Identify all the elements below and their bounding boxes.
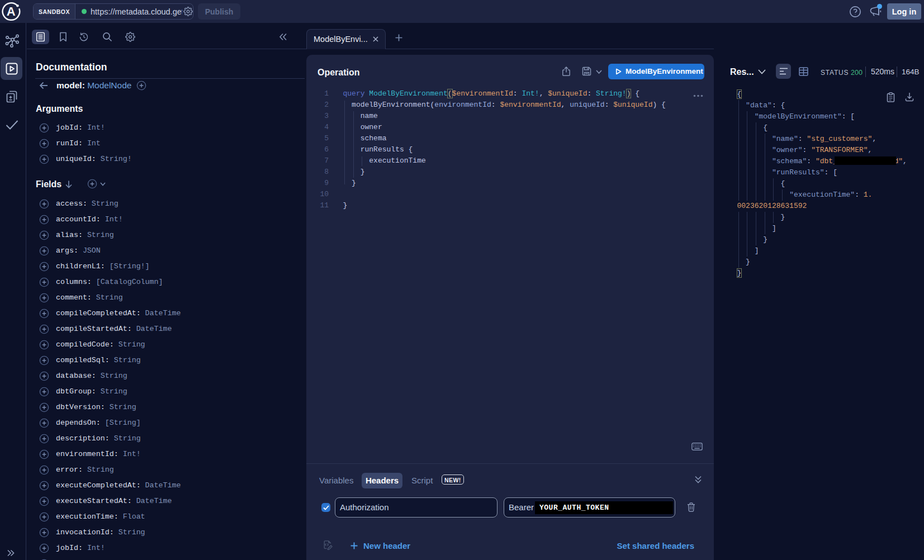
svg-text:A: A [7, 4, 16, 18]
